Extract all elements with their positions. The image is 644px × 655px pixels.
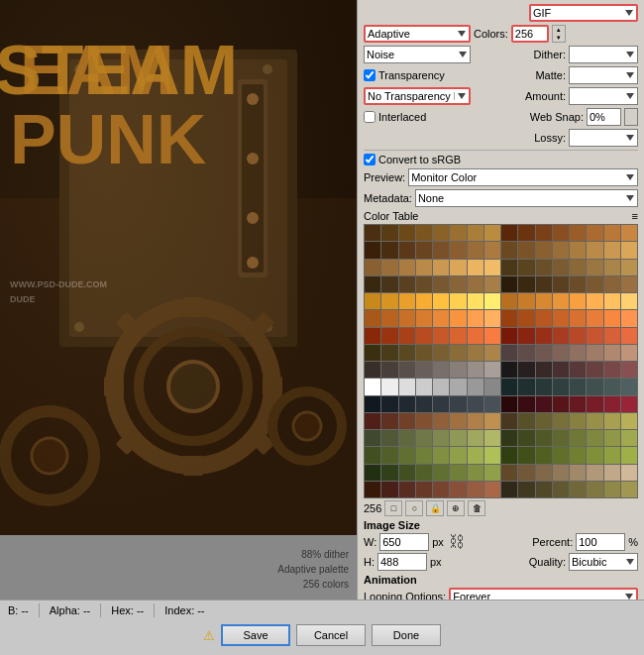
color-cell[interactable]: [587, 362, 602, 378]
color-cell[interactable]: [518, 362, 534, 378]
color-cell[interactable]: [399, 413, 415, 429]
color-table-btn-2[interactable]: ○: [405, 500, 423, 516]
color-cell[interactable]: [536, 242, 552, 258]
color-cell[interactable]: [484, 413, 500, 429]
color-table-btn-1[interactable]: □: [384, 500, 402, 516]
color-cell[interactable]: [570, 345, 586, 361]
color-cell[interactable]: [416, 413, 432, 429]
color-cell[interactable]: [570, 293, 586, 309]
color-cell[interactable]: [621, 362, 637, 378]
color-cell[interactable]: [501, 362, 517, 378]
color-cell[interactable]: [450, 362, 466, 378]
color-cell[interactable]: [587, 260, 602, 275]
color-cell[interactable]: [433, 242, 449, 258]
color-cell[interactable]: [365, 447, 380, 463]
color-cell[interactable]: [570, 260, 586, 275]
color-cell[interactable]: [621, 413, 637, 429]
color-cell[interactable]: [553, 482, 569, 497]
color-cell[interactable]: [621, 379, 637, 394]
color-cell[interactable]: [621, 242, 637, 258]
color-cell[interactable]: [450, 260, 466, 275]
color-cell[interactable]: [399, 430, 415, 446]
color-cell[interactable]: [553, 396, 569, 412]
color-cell[interactable]: [450, 225, 466, 241]
looping-select[interactable]: Forever Once Custom: [449, 588, 638, 600]
color-cell[interactable]: [468, 465, 483, 481]
color-cell[interactable]: [587, 345, 602, 361]
color-cell[interactable]: [399, 293, 415, 309]
color-cell[interactable]: [416, 242, 432, 258]
color-cell[interactable]: [536, 413, 552, 429]
color-cell[interactable]: [536, 345, 552, 361]
color-cell[interactable]: [399, 482, 415, 497]
color-cell[interactable]: [604, 276, 620, 292]
convert-srgb-checkbox[interactable]: [364, 154, 376, 165]
color-cell[interactable]: [450, 482, 466, 497]
done-button[interactable]: Done: [372, 624, 441, 646]
color-cell[interactable]: [433, 396, 449, 412]
color-cell[interactable]: [399, 260, 415, 275]
metadata-select[interactable]: None Copyright All: [415, 189, 638, 207]
color-cell[interactable]: [604, 430, 620, 446]
color-cell[interactable]: [416, 379, 432, 394]
color-cell[interactable]: [365, 430, 380, 446]
color-cell[interactable]: [399, 447, 415, 463]
color-cell[interactable]: [399, 379, 415, 394]
color-cell[interactable]: [587, 482, 602, 497]
color-cell[interactable]: [484, 430, 500, 446]
color-cell[interactable]: [365, 379, 380, 394]
cancel-button[interactable]: Cancel: [296, 624, 366, 646]
color-cell[interactable]: [450, 328, 466, 344]
color-cell[interactable]: [518, 260, 534, 275]
color-cell[interactable]: [587, 413, 602, 429]
height-input[interactable]: 488: [377, 553, 427, 571]
color-cell[interactable]: [484, 465, 500, 481]
format-select[interactable]: GIF PNG-8 PNG-24 JPEG: [529, 4, 638, 22]
color-cell[interactable]: [381, 430, 397, 446]
color-cell[interactable]: [484, 242, 500, 258]
color-cell[interactable]: [433, 328, 449, 344]
color-cell[interactable]: [416, 310, 432, 326]
color-cell[interactable]: [570, 310, 586, 326]
color-cell[interactable]: [536, 276, 552, 292]
color-cell[interactable]: [381, 293, 397, 309]
color-cell[interactable]: [604, 345, 620, 361]
color-cell[interactable]: [399, 345, 415, 361]
color-cell[interactable]: [416, 447, 432, 463]
color-cell[interactable]: [416, 465, 432, 481]
color-cell[interactable]: [381, 482, 397, 497]
colors-spinner-up[interactable]: ▲: [553, 26, 565, 34]
color-cell[interactable]: [570, 447, 586, 463]
color-cell[interactable]: [553, 293, 569, 309]
color-cell[interactable]: [416, 430, 432, 446]
color-cell[interactable]: [587, 396, 602, 412]
color-cell[interactable]: [365, 225, 380, 241]
color-cell[interactable]: [416, 328, 432, 344]
colors-spinner[interactable]: ▲ ▼: [552, 25, 566, 43]
color-cell[interactable]: [433, 465, 449, 481]
color-cell[interactable]: [365, 482, 380, 497]
color-cell[interactable]: [604, 293, 620, 309]
color-cell[interactable]: [381, 465, 397, 481]
color-cell[interactable]: [570, 225, 586, 241]
color-cell[interactable]: [518, 430, 534, 446]
color-cell[interactable]: [365, 465, 380, 481]
color-cell[interactable]: [621, 465, 637, 481]
color-cell[interactable]: [450, 465, 466, 481]
color-cell[interactable]: [587, 242, 602, 258]
color-cell[interactable]: [604, 260, 620, 275]
color-cell[interactable]: [381, 225, 397, 241]
color-cell[interactable]: [621, 328, 637, 344]
color-cell[interactable]: [604, 482, 620, 497]
color-cell[interactable]: [621, 276, 637, 292]
color-cell[interactable]: [536, 482, 552, 497]
color-cell[interactable]: [587, 379, 602, 394]
color-cell[interactable]: [501, 293, 517, 309]
color-cell[interactable]: [365, 345, 380, 361]
color-cell[interactable]: [604, 413, 620, 429]
color-cell[interactable]: [570, 276, 586, 292]
color-cell[interactable]: [518, 396, 534, 412]
color-cell[interactable]: [399, 242, 415, 258]
color-cell[interactable]: [450, 379, 466, 394]
color-cell[interactable]: [381, 242, 397, 258]
